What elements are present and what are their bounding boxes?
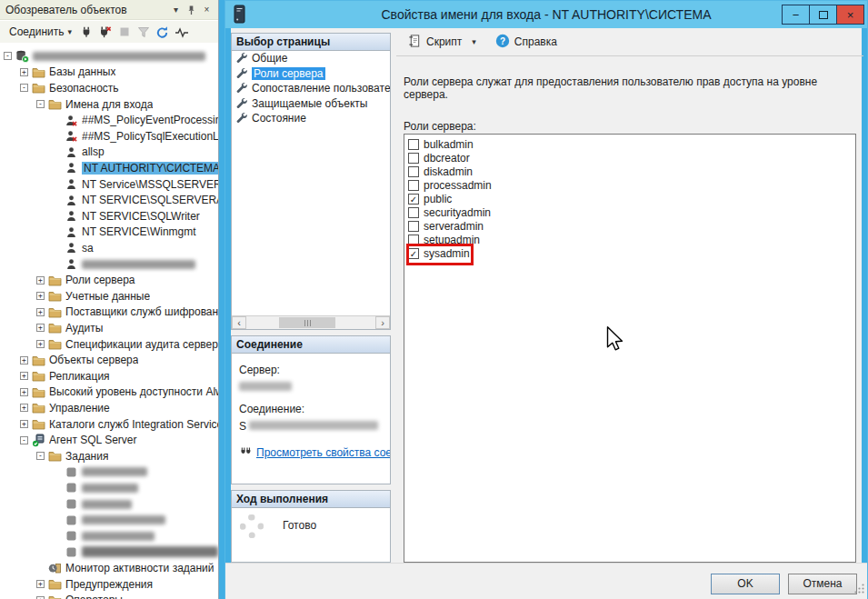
scroll-left-icon[interactable]: ‹ (232, 316, 246, 329)
activity-monitor-icon[interactable] (173, 24, 190, 40)
connect-plug-icon[interactable] (77, 24, 95, 40)
connect-button[interactable]: Соединить ▾ (5, 24, 75, 40)
tree-item[interactable] (0, 464, 218, 481)
tree-item[interactable]: +Предупреждения (0, 576, 218, 593)
tree-item[interactable]: ##MS_PolicyEventProcessingLogin## (0, 112, 218, 128)
role-checkbox-dbcreator[interactable] (408, 153, 419, 164)
dialog-titlebar[interactable]: Свойства имени для входа - NT AUTHORITY\… (225, 1, 867, 28)
tree-item[interactable] (0, 256, 218, 273)
job-icon (65, 529, 78, 543)
tree-item[interactable]: +Учетные данные (0, 288, 218, 304)
tree-item[interactable]: - (0, 48, 218, 65)
role-checkbox-bulkadmin[interactable] (408, 139, 419, 150)
script-dropdown-button[interactable]: ▾ (466, 35, 482, 49)
horizontal-scrollbar[interactable]: ‹ › (232, 315, 390, 329)
collapse-icon[interactable]: - (20, 84, 28, 92)
tree-item[interactable]: +Каталоги служб Integration Services (0, 416, 218, 433)
tree-item[interactable]: +Роли сервера (0, 272, 218, 288)
tree-item[interactable]: NT SERVICE\SQLSERVERAGENT (0, 192, 218, 208)
tree-item[interactable]: -Безопасность (0, 80, 218, 96)
tree-item-label: Задания (65, 450, 108, 463)
collapse-icon[interactable]: - (36, 100, 45, 108)
expand-icon[interactable]: + (20, 404, 28, 412)
tree-item[interactable] (0, 528, 218, 544)
folder-icon (48, 594, 62, 599)
expand-icon[interactable]: + (36, 276, 45, 285)
tree-item[interactable]: NT AUTHORITY\СИСТЕМА (0, 160, 218, 176)
resize-grip[interactable] (853, 583, 865, 597)
connection-value-redacted (249, 421, 378, 430)
tree-item[interactable]: ##MS_PolicyTsqlExecutionLogin## (0, 128, 218, 145)
tree-item[interactable]: +Базы данных (0, 65, 218, 81)
ok-button[interactable]: OK (711, 574, 780, 594)
collapse-icon[interactable]: - (36, 452, 45, 460)
scrollbar-thumb[interactable] (279, 317, 335, 328)
tree-item[interactable]: sa (0, 240, 218, 256)
close-icon[interactable]: × (199, 3, 215, 17)
refresh-icon[interactable] (154, 24, 171, 40)
page-item-label: Состояние (252, 112, 306, 125)
tree-item[interactable]: +Высокий уровень доступности AlwaysOn (0, 384, 218, 401)
expand-icon[interactable]: + (20, 356, 28, 364)
folder-icon (32, 81, 45, 95)
role-checkbox-serveradmin[interactable] (408, 221, 419, 232)
role-checkbox-diskadmin[interactable] (408, 166, 419, 177)
page-selector-header: Выбор страницы (232, 34, 390, 51)
tree-item[interactable]: +Поставщики служб шифрования (0, 304, 218, 321)
page-selector-item[interactable]: Сопоставление пользователей (232, 81, 390, 96)
folder-icon (48, 289, 62, 303)
collapse-icon[interactable]: - (20, 436, 28, 444)
tree-item-label: NT SERVICE\SQLWriter (82, 210, 200, 223)
page-selector-item[interactable]: Общие (232, 51, 390, 66)
tree-item[interactable]: NT Service\MSSQLSERVER (0, 176, 218, 193)
expand-icon[interactable]: + (36, 292, 45, 300)
tree-item[interactable]: +Репликация (0, 368, 218, 384)
tree-item[interactable]: -Агент SQL Server (0, 432, 218, 448)
tree-item[interactable] (0, 512, 218, 528)
tree-item[interactable]: NT SERVICE\Winmgmt (0, 225, 218, 241)
tree-item[interactable]: NT SERVICE\SQLWriter (0, 208, 218, 225)
expand-icon[interactable]: + (20, 388, 28, 396)
role-checkbox-public[interactable]: ✓ (408, 194, 419, 205)
expand-icon[interactable]: + (36, 308, 45, 316)
role-checkbox-securityadmin[interactable] (408, 207, 419, 218)
tree-item[interactable] (0, 496, 218, 513)
expand-icon[interactable]: + (20, 372, 28, 380)
maximize-button[interactable] (809, 5, 837, 25)
help-button[interactable]: ? Справка (491, 31, 562, 54)
close-button[interactable]: × (836, 5, 864, 25)
collapse-icon[interactable]: - (4, 52, 12, 60)
server-role-row: bulkadmin (408, 137, 855, 151)
scroll-right-icon[interactable]: › (375, 316, 390, 329)
tree-item[interactable]: +Аудиты (0, 320, 218, 336)
tree-item[interactable]: Монитор активности заданий (0, 560, 218, 576)
expand-icon[interactable]: + (36, 580, 45, 588)
expand-icon[interactable]: + (36, 340, 45, 348)
tree-item[interactable]: -Задания (0, 448, 218, 464)
expand-icon[interactable]: + (36, 324, 45, 332)
tree-item[interactable]: +Объекты сервера (0, 352, 218, 368)
role-checkbox-processadmin[interactable] (408, 180, 419, 191)
tree-item[interactable]: +Управление (0, 400, 218, 416)
page-selector-item[interactable]: Состояние (232, 111, 390, 126)
expand-icon[interactable]: + (20, 420, 28, 428)
view-connection-properties-link[interactable]: Просмотреть свойства соединения (256, 446, 390, 459)
tree-item[interactable]: -Имена для входа (0, 96, 218, 113)
cancel-button[interactable]: Отмена (788, 574, 857, 594)
pin-icon[interactable] (184, 3, 199, 17)
window-menu-icon[interactable]: ▾ (168, 3, 184, 17)
tree-item[interactable]: +Спецификации аудита сервера (0, 336, 218, 353)
server-role-row: serveradmin (408, 219, 855, 233)
disconnect-plug-icon[interactable] (96, 24, 114, 40)
page-selector-item[interactable]: Роли сервера (232, 66, 390, 82)
tree-item[interactable]: allsp (0, 145, 218, 161)
expand-icon[interactable]: + (20, 68, 28, 76)
page-selector-item[interactable]: Защищаемые объекты (232, 96, 390, 112)
tree-item[interactable]: +Операторы (0, 592, 218, 599)
tree-item[interactable] (0, 544, 218, 561)
tree-item[interactable] (0, 480, 218, 496)
script-button[interactable]: Скрипт (404, 31, 466, 54)
redacted-text (82, 546, 218, 557)
folder-icon (32, 354, 45, 367)
minimize-button[interactable]: − (782, 5, 810, 25)
